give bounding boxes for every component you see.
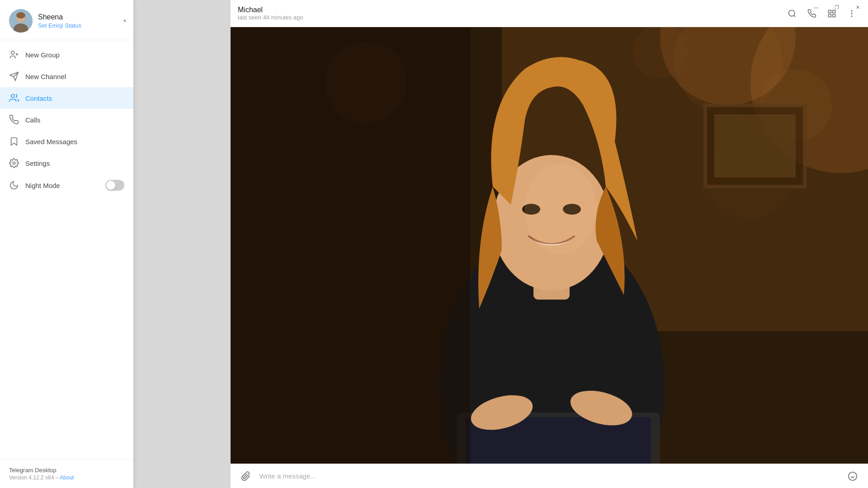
app-name: Telegram Desktop — [9, 467, 124, 474]
close-button[interactable]: ✕ — [847, 0, 868, 14]
svg-point-4 — [16, 12, 25, 19]
svg-rect-14 — [829, 14, 831, 17]
chat-input-area — [231, 464, 868, 488]
sidebar-item-calls[interactable]: Calls — [0, 109, 133, 131]
search-button[interactable] — [783, 5, 801, 23]
svg-point-8 — [11, 94, 14, 98]
attach-button[interactable] — [238, 468, 254, 484]
minimize-button[interactable]: — — [806, 0, 826, 14]
sidebar-menu: Sheena Set Emoji Status ▾ New Group — [0, 0, 133, 488]
svg-rect-28 — [714, 114, 796, 178]
svg-point-10 — [789, 10, 795, 16]
night-mode-label: Night Mode — [25, 182, 60, 189]
svg-point-9 — [13, 162, 15, 164]
chat-photo — [231, 27, 868, 464]
chat-content — [231, 27, 868, 464]
sidebar-item-contacts[interactable]: Contacts — [0, 87, 133, 109]
group-icon — [9, 50, 19, 60]
chat-last-seen: last seen 44 minutes ago — [238, 14, 778, 21]
night-mode-toggle[interactable] — [105, 180, 124, 191]
saved-messages-label: Saved Messages — [25, 138, 77, 145]
emoji-button[interactable] — [844, 468, 861, 484]
chat-list-area — [133, 0, 231, 488]
app-version-text: Version 4.12.2 x64 – About — [9, 474, 124, 481]
channel-icon — [9, 71, 19, 81]
sidebar-item-settings[interactable]: Settings — [0, 152, 133, 174]
saved-icon — [9, 136, 19, 146]
svg-point-39 — [524, 164, 597, 254]
window-controls: — ❐ ✕ — [806, 0, 868, 14]
svg-point-5 — [11, 51, 14, 54]
chat-header-info[interactable]: Michael last seen 44 minutes ago — [238, 6, 778, 21]
sidebar-item-saved-messages[interactable]: Saved Messages — [0, 131, 133, 152]
new-group-label: New Group — [25, 51, 60, 59]
chat-header: Michael last seen 44 minutes ago — [231, 0, 868, 27]
settings-label: Settings — [25, 160, 50, 167]
calls-label: Calls — [25, 116, 40, 124]
svg-point-40 — [849, 472, 857, 480]
profile-info: Sheena Set Emoji Status — [38, 13, 118, 29]
svg-rect-13 — [833, 14, 835, 17]
night-mode-icon — [9, 180, 19, 190]
profile-status[interactable]: Set Emoji Status — [38, 22, 118, 29]
chat-name: Michael — [238, 6, 778, 14]
message-input[interactable] — [259, 472, 839, 480]
svg-rect-38 — [231, 27, 470, 464]
profile-section[interactable]: Sheena Set Emoji Status ▾ — [0, 0, 133, 40]
chat-list-overlay — [133, 0, 231, 488]
restore-button[interactable]: ❐ — [826, 0, 847, 14]
avatar — [9, 9, 33, 33]
about-link[interactable]: About — [60, 474, 74, 481]
menu-items: New Group New Channel Cont — [0, 40, 133, 459]
new-channel-label: New Channel — [25, 73, 66, 80]
chat-area: Michael last seen 44 minutes ago — [231, 0, 868, 488]
calls-icon — [9, 115, 19, 125]
svg-point-17 — [851, 16, 852, 17]
sidebar-item-new-channel[interactable]: New Channel — [0, 66, 133, 87]
chevron-down-icon: ▾ — [123, 18, 126, 24]
contacts-label: Contacts — [25, 94, 52, 102]
sidebar-item-night-mode[interactable]: Night Mode — [0, 174, 133, 197]
contacts-icon — [9, 93, 19, 103]
settings-icon — [9, 158, 19, 168]
sidebar-item-new-group[interactable]: New Group — [0, 44, 133, 66]
profile-name: Sheena — [38, 13, 118, 21]
app-version: Telegram Desktop Version 4.12.2 x64 – Ab… — [0, 459, 133, 488]
toggle-knob — [106, 181, 115, 190]
